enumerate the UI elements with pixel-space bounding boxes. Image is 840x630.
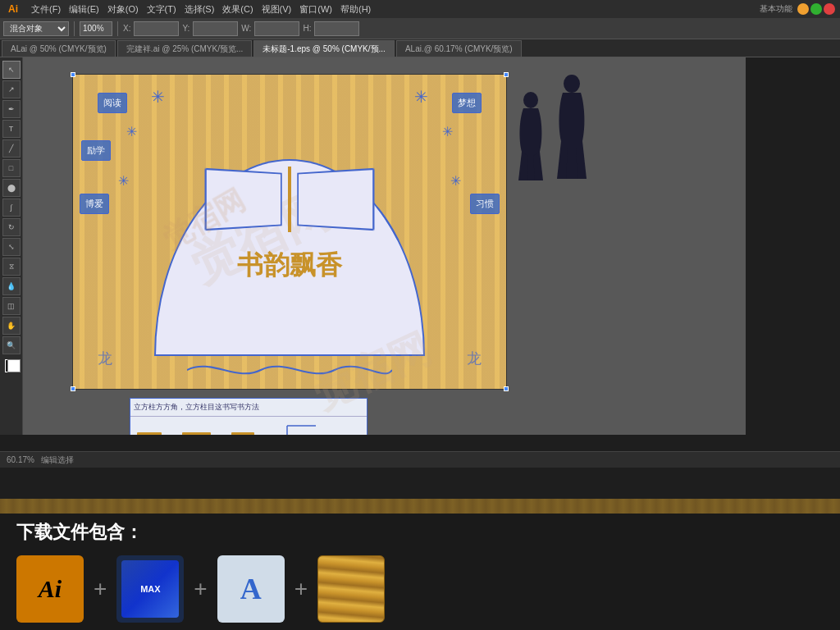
- font-icon-label: A: [240, 572, 262, 606]
- selection-handle-br[interactable]: [504, 386, 509, 391]
- selection-handle-bl[interactable]: [71, 386, 75, 391]
- sub-canvas-1: 立方柱方方角，立方柱目这书写书方法: [130, 398, 368, 435]
- menu-file[interactable]: 文件(F): [28, 3, 64, 16]
- measure-tool[interactable]: ◫: [2, 297, 21, 315]
- label-habit: 习惯: [470, 194, 500, 214]
- minimize-button[interactable]: [797, 3, 809, 15]
- main-title-text: 书韵飘香: [237, 248, 342, 284]
- maximize-button[interactable]: [810, 3, 822, 15]
- book-spine: [288, 167, 291, 232]
- status-bar: 60.17% 编辑选择: [0, 451, 840, 468]
- dragon-right: 龙: [467, 349, 482, 368]
- tab-3[interactable]: 未标题-1.eps @ 50% (CMYK/预...: [253, 40, 395, 57]
- max-label: MAX: [140, 584, 160, 594]
- snowflake-tr: ✳: [414, 87, 428, 107]
- close-button[interactable]: [824, 3, 835, 15]
- menu-edit[interactable]: 编辑(E): [66, 3, 103, 16]
- menu-help[interactable]: 帮助(H): [337, 3, 374, 16]
- menu-bar: Ai 文件(F) 编辑(E) 对象(O) 文字(T) 选择(S) 效果(C) 视…: [0, 0, 840, 18]
- snowflake-tl: ✳: [151, 87, 165, 107]
- hand-tool[interactable]: ✋: [2, 317, 21, 335]
- pen-tool[interactable]: ✒: [2, 100, 21, 118]
- label-dream: 梦想: [452, 93, 482, 113]
- select-tool[interactable]: ↖: [2, 61, 21, 79]
- book-left-page: [205, 168, 282, 231]
- w-coord-label: W:: [241, 24, 251, 33]
- menu-text[interactable]: 文字(T): [144, 3, 180, 16]
- y-coord-input[interactable]: H694,971: [193, 21, 238, 36]
- type-tool[interactable]: T: [2, 120, 21, 138]
- bracket-decoration: [283, 422, 316, 435]
- zoom-tool[interactable]: 🔍: [2, 336, 21, 354]
- snowflake-br: ✳: [442, 124, 453, 139]
- ai-icon-label: Ai: [39, 575, 62, 603]
- direct-select-tool[interactable]: ↗: [2, 80, 21, 98]
- download-section: 下载文件包含： Ai + MAX + A +: [0, 499, 840, 630]
- h-coord-input[interactable]: 473,217: [314, 21, 359, 36]
- app-logo: Ai: [5, 3, 21, 15]
- line-tool[interactable]: ╱: [2, 139, 21, 158]
- selection-handle-tr[interactable]: [504, 72, 509, 77]
- paint-tool[interactable]: ⬤: [2, 179, 21, 197]
- scale-tool[interactable]: ⤡: [2, 238, 21, 256]
- w-coord-input[interactable]: 710,286: [254, 21, 299, 36]
- plus-3: +: [294, 576, 308, 602]
- rotate-tool[interactable]: ↻: [2, 218, 21, 236]
- tools-panel: ↖ ↗ ✒ T ╱ □ ⬤ ∫ ↻ ⤡ ⧖ 💧 ◫ ✋ 🔍: [0, 57, 23, 435]
- wave-decoration: [187, 358, 392, 382]
- menu-effect[interactable]: 效果(C): [219, 3, 256, 16]
- workspace-label: 基本功能: [756, 3, 796, 15]
- woman-silhouette: [515, 90, 546, 189]
- label-reading: 阅读: [98, 93, 127, 113]
- main-design-canvas[interactable]: 书韵飘香 阅读 励学 博爱 梦想 习惯 龙 龙 ✳ ✳ ✳ ✳ ✳ ✳ 觉宿网: [72, 74, 507, 390]
- x-coord-label: X:: [123, 24, 130, 33]
- mode-select[interactable]: 混合对象: [3, 21, 69, 36]
- dragon-left: 龙: [98, 349, 112, 368]
- blend-tool[interactable]: ⧖: [2, 258, 21, 276]
- main-area: ↖ ↗ ✒ T ╱ □ ⬤ ∫ ↻ ⤡ ⧖ 💧 ◫ ✋ 🔍: [0, 57, 840, 435]
- menu-view[interactable]: 视图(V): [258, 3, 295, 16]
- plus-1: +: [94, 576, 107, 602]
- font-file-icon: A: [217, 555, 285, 623]
- wood-file-icon: [317, 555, 385, 623]
- x-coord-input[interactable]: 119,186: [134, 21, 179, 36]
- menu-window[interactable]: 窗口(W): [296, 3, 336, 16]
- stroke-color[interactable]: [7, 359, 21, 372]
- tab-4[interactable]: ALai.@ 60.17% (CMYK/预览): [396, 40, 522, 57]
- book-right-page: [297, 168, 374, 231]
- download-icons-row: Ai + MAX + A +: [0, 548, 840, 630]
- label-study: 励学: [81, 140, 111, 161]
- label-love: 博爱: [80, 194, 109, 214]
- ai-file-icon: Ai: [16, 555, 84, 623]
- y-coord-label: Y:: [182, 24, 189, 33]
- tab-2[interactable]: 完建祥.ai @ 25% (CMYK/预览...: [117, 40, 252, 57]
- svg-point-0: [523, 92, 538, 108]
- status-edit: 编辑选择: [41, 454, 74, 466]
- brush-tool[interactable]: ∫: [2, 199, 21, 217]
- zoom-display: 60.17%: [7, 455, 34, 464]
- main-toolbar: 混合对象 X: 119,186 Y: H694,971 W: 710,286 H…: [0, 18, 840, 39]
- selection-handle-tl[interactable]: [71, 72, 75, 77]
- canvas-wrapper: 书韵飘香 阅读 励学 博爱 梦想 习惯 龙 龙 ✳ ✳ ✳ ✳ ✳ ✳ 觉宿网: [23, 57, 746, 435]
- snowflake-ml: ✳: [118, 173, 129, 189]
- plus-2: +: [194, 576, 207, 602]
- snowflake-mr: ✳: [450, 173, 461, 189]
- toolbar-separator: [74, 21, 75, 36]
- menu-select[interactable]: 选择(S): [181, 3, 218, 16]
- eyedrop-tool[interactable]: 💧: [2, 277, 21, 295]
- snowflake-bl: ✳: [126, 124, 137, 139]
- zoom-input[interactable]: [80, 21, 112, 36]
- silhouette-figures: [515, 74, 733, 189]
- book-illustration: [208, 162, 372, 236]
- svg-point-1: [564, 75, 580, 93]
- h-coord-label: H:: [303, 24, 311, 33]
- tab-1[interactable]: ALai @ 50% (CMYK/预览): [2, 40, 116, 57]
- wood-grain-bar: [0, 499, 840, 514]
- max-file-icon: MAX: [116, 555, 184, 623]
- rect-tool[interactable]: □: [2, 159, 21, 177]
- download-title: 下载文件包含：: [0, 514, 840, 548]
- max-icon-inner: MAX: [121, 560, 179, 618]
- toolbar-separator-2: [117, 21, 118, 36]
- menu-object[interactable]: 对象(O): [104, 3, 142, 16]
- man-silhouette: [553, 74, 591, 189]
